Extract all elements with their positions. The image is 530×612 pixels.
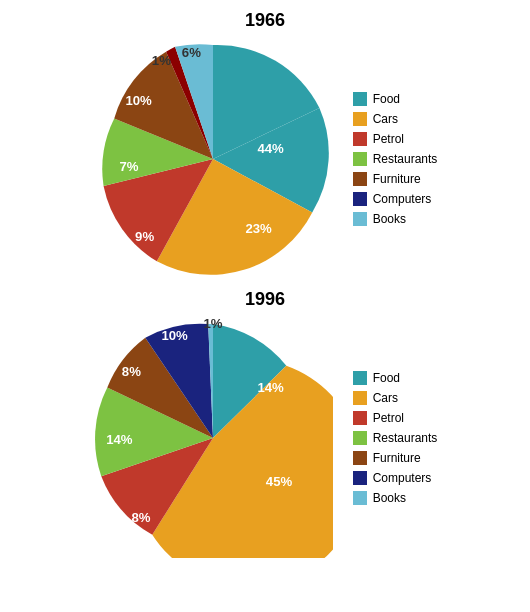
legend-item-petrol-1996: Petrol	[353, 411, 438, 425]
legend-color-computers-1966	[353, 192, 367, 206]
legend-item-computers-1996: Computers	[353, 471, 438, 485]
chart-row-1966: 44% 23% 9% 7% 10% 1% 6% Food Cars	[0, 39, 530, 279]
legend-item-furniture-1996: Furniture	[353, 451, 438, 465]
legend-label-petrol-1996: Petrol	[373, 411, 404, 425]
legend-item-food-1996: Food	[353, 371, 438, 385]
label-computers-1966: 1%	[152, 53, 171, 68]
legend-label-furniture-1966: Furniture	[373, 172, 421, 186]
legend-label-petrol-1966: Petrol	[373, 132, 404, 146]
pie-svg-1966: 44% 23% 9% 7% 10% 1% 6%	[93, 39, 333, 279]
label-books-1966: 6%	[182, 45, 201, 60]
legend-item-cars-1966: Cars	[353, 112, 438, 126]
pie-1996: 14% 45% 8% 14% 8% 10% 1%	[93, 318, 333, 558]
label-cars-1996: 45%	[265, 474, 292, 489]
legend-label-restaurants-1996: Restaurants	[373, 431, 438, 445]
label-food-1966: 44%	[257, 141, 284, 156]
legend-color-food-1996	[353, 371, 367, 385]
legend-item-restaurants-1996: Restaurants	[353, 431, 438, 445]
legend-1966: Food Cars Petrol Restaurants Furniture	[353, 92, 438, 226]
legend-item-furniture-1966: Furniture	[353, 172, 438, 186]
label-restaurants-1996: 14%	[106, 432, 133, 447]
legend-item-computers-1966: Computers	[353, 192, 438, 206]
label-books-1996: 1%	[203, 318, 222, 331]
legend-label-food-1966: Food	[373, 92, 400, 106]
chart-section-1996: 1996	[0, 289, 530, 558]
legend-color-petrol-1966	[353, 132, 367, 146]
chart-title-1996: 1996	[245, 289, 285, 310]
label-furniture-1966: 10%	[125, 93, 152, 108]
label-food-1996: 14%	[257, 380, 284, 395]
legend-item-cars-1996: Cars	[353, 391, 438, 405]
chart-title-1966: 1966	[245, 10, 285, 31]
legend-label-books-1996: Books	[373, 491, 406, 505]
legend-color-books-1966	[353, 212, 367, 226]
legend-label-computers-1966: Computers	[373, 192, 432, 206]
legend-color-restaurants-1966	[353, 152, 367, 166]
pie-1966: 44% 23% 9% 7% 10% 1% 6%	[93, 39, 333, 279]
chart-row-1996: 14% 45% 8% 14% 8% 10% 1% Food Cars	[0, 318, 530, 558]
legend-color-cars-1966	[353, 112, 367, 126]
label-petrol-1996: 8%	[131, 510, 150, 525]
legend-label-furniture-1996: Furniture	[373, 451, 421, 465]
legend-label-computers-1996: Computers	[373, 471, 432, 485]
legend-item-books-1996: Books	[353, 491, 438, 505]
pie-svg-1996: 14% 45% 8% 14% 8% 10% 1%	[93, 318, 333, 558]
legend-1996: Food Cars Petrol Restaurants Furniture	[353, 371, 438, 505]
legend-color-petrol-1996	[353, 411, 367, 425]
legend-label-cars-1966: Cars	[373, 112, 398, 126]
legend-label-books-1966: Books	[373, 212, 406, 226]
legend-item-petrol-1966: Petrol	[353, 132, 438, 146]
label-cars-1966: 23%	[245, 221, 272, 236]
legend-color-food-1966	[353, 92, 367, 106]
chart-section-1966: 1966	[0, 10, 530, 279]
label-restaurants-1966: 7%	[119, 159, 138, 174]
legend-label-restaurants-1966: Restaurants	[373, 152, 438, 166]
legend-label-food-1996: Food	[373, 371, 400, 385]
legend-color-furniture-1996	[353, 451, 367, 465]
label-furniture-1996: 8%	[122, 364, 141, 379]
legend-item-restaurants-1966: Restaurants	[353, 152, 438, 166]
legend-item-food-1966: Food	[353, 92, 438, 106]
legend-color-computers-1996	[353, 471, 367, 485]
legend-color-cars-1996	[353, 391, 367, 405]
legend-label-cars-1996: Cars	[373, 391, 398, 405]
legend-color-books-1996	[353, 491, 367, 505]
legend-item-books-1966: Books	[353, 212, 438, 226]
legend-color-furniture-1966	[353, 172, 367, 186]
label-petrol-1966: 9%	[135, 229, 154, 244]
label-computers-1996: 10%	[161, 328, 188, 343]
legend-color-restaurants-1996	[353, 431, 367, 445]
page-container: 1966	[0, 10, 530, 568]
